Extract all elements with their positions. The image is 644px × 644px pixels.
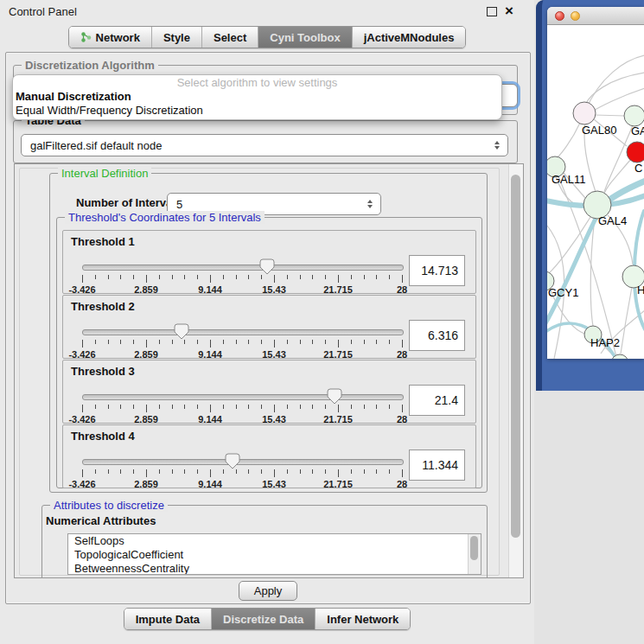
tab-select[interactable]: Select	[201, 27, 258, 48]
dropdown-prompt-item[interactable]: Select algorithm to view settings	[13, 76, 501, 90]
slider-tick	[261, 340, 262, 344]
attribute-item-topologicalcoefficient[interactable]: TopologicalCoefficient	[68, 548, 481, 562]
attributes-list-scroll-thumb[interactable]	[470, 536, 478, 560]
slider-tick	[172, 469, 173, 474]
axis-tick-label: 15.43	[262, 479, 286, 489]
axis-tick-label: 15.43	[262, 284, 286, 295]
bottom-tab-group: Impute DataDiscretize DataInfer Network	[124, 608, 411, 630]
slider-tick	[184, 275, 185, 279]
slider-tick	[248, 405, 249, 409]
network-icon	[80, 31, 92, 43]
slider-tick	[210, 469, 211, 477]
slider-tick	[300, 275, 301, 279]
screen: Control Panel × NetworkStyleSelectCyni T…	[0, 0, 644, 644]
network-node-gal80[interactable]	[573, 102, 596, 124]
table-data-combobox[interactable]: galFiltered.sif default node	[21, 134, 508, 156]
close-traffic-light[interactable]	[555, 11, 564, 21]
slider-tick	[300, 469, 301, 474]
threshold-panel-2: Threshold 2-3.4262.8599.14415.4321.71528…	[62, 295, 476, 359]
slider-tick	[389, 275, 390, 279]
tab-label: jActiveMNodules	[364, 31, 455, 44]
slider-tick	[197, 469, 198, 474]
bottom-tab-label: Impute Data	[136, 613, 200, 626]
slider-thumb[interactable]	[259, 258, 275, 275]
tab-group: NetworkStyleSelectCyni ToolboxjActiveMNo…	[68, 26, 467, 48]
slider-thumb[interactable]	[327, 388, 342, 405]
axis-tick-label: 9.144	[198, 284, 222, 295]
network-window-frame: GAL80GACGAL11GAL4GCY1HHAP2	[536, 0, 644, 391]
slider-tick	[364, 275, 365, 279]
slider-track[interactable]	[82, 329, 404, 335]
bottom-tab-impute-data[interactable]: Impute Data	[124, 609, 211, 629]
close-icon[interactable]: ×	[505, 6, 513, 16]
attributes-groupbox: Attributes to discretize Numerical Attri…	[41, 505, 488, 578]
threshold-label: Threshold 1	[71, 235, 135, 248]
slider-thumb[interactable]	[225, 453, 240, 469]
slider-track[interactable]	[82, 265, 404, 271]
node-label: GAL4	[598, 214, 627, 227]
slider-track[interactable]	[82, 394, 404, 400]
axis-tick-label: 28	[397, 284, 407, 295]
threshold-value-field[interactable]: 14.713	[409, 255, 465, 286]
threshold-panel-3: Threshold 3-3.4262.8599.14415.4321.71528…	[62, 360, 476, 424]
settings-vertical-scrollbar[interactable]	[508, 164, 523, 577]
tab-cyni-toolbox[interactable]: Cyni Toolbox	[258, 27, 351, 48]
attribute-item-selfloops[interactable]: SelfLoops	[68, 534, 481, 548]
bottom-tab-label: Infer Network	[327, 613, 399, 626]
zoom-traffic-light[interactable]	[586, 11, 596, 21]
network-node-ga[interactable]	[624, 105, 644, 126]
attributes-group-title: Attributes to discretize	[50, 499, 168, 512]
threshold-value-field[interactable]: 6.316	[409, 320, 465, 351]
network-canvas[interactable]: GAL80GACGAL11GAL4GCY1HHAP2	[547, 25, 644, 359]
tab-jactivemnodules[interactable]: jActiveMNodules	[352, 27, 466, 48]
bottom-tab-discretize-data[interactable]: Discretize Data	[211, 609, 315, 629]
threshold-label: Threshold 2	[71, 300, 135, 313]
tab-label: Select	[214, 31, 246, 44]
settings-scroll-thumb[interactable]	[511, 175, 520, 538]
slider-thumb[interactable]	[174, 323, 189, 340]
slider-tick	[82, 405, 83, 412]
threshold-label: Threshold 3	[71, 365, 135, 378]
slider-tick	[312, 340, 313, 344]
apply-button[interactable]: Apply	[239, 581, 297, 601]
slider-tick	[376, 340, 377, 344]
tab-style[interactable]: Style	[151, 27, 201, 48]
slider-tick	[338, 405, 339, 412]
axis-tick-label: 28	[397, 479, 407, 489]
minimize-traffic-light[interactable]	[571, 11, 580, 21]
num-intervals-value: 5	[176, 198, 182, 211]
threshold-slider[interactable]: -3.4262.8599.14415.4321.71528	[75, 455, 409, 488]
slider-tick	[351, 405, 352, 409]
axis-tick-label: 21.715	[323, 479, 353, 489]
tab-network[interactable]: Network	[69, 27, 151, 48]
numerical-attributes-list[interactable]: SelfLoopsTopologicalCoefficientBetweenne…	[67, 533, 481, 575]
bottom-tab-label: Discretize Data	[223, 613, 303, 626]
slider-tick	[287, 275, 288, 279]
threshold-value-field[interactable]: 21.4	[409, 385, 465, 416]
bottom-tab-infer-network[interactable]: Infer Network	[315, 609, 410, 629]
network-node-c[interactable]	[627, 142, 644, 163]
threshold-slider[interactable]: -3.4262.8599.14415.4321.71528	[75, 260, 409, 293]
slider-tick	[402, 275, 403, 283]
threshold-slider[interactable]: -3.4262.8599.14415.4321.71528	[75, 390, 409, 423]
float-window-icon[interactable]	[487, 7, 497, 16]
axis-tick-label: -3.426	[68, 479, 95, 489]
slider-tick	[351, 340, 352, 344]
slider-tick	[402, 405, 403, 412]
threshold-slider[interactable]: -3.4262.8599.14415.4321.71528	[75, 325, 409, 358]
attributes-list-scrollbar[interactable]	[468, 534, 481, 574]
threshold-value-field[interactable]: 11.344	[409, 450, 465, 481]
slider-tick	[312, 275, 313, 279]
thresholds-group-title: Threshold's Coordinates for 5 Intervals	[65, 211, 265, 224]
network-edge	[558, 123, 580, 157]
attribute-item-betweennesscentrality[interactable]: BetweennessCentrality	[68, 562, 481, 575]
slider-tick	[146, 275, 147, 283]
dropdown-item-equal-width-frequency-discretization[interactable]: Equal Width/Frequency Discretization	[13, 104, 501, 118]
slider-tick	[133, 340, 134, 344]
dropdown-item-manual-discretization[interactable]: Manual Discretization	[13, 90, 501, 104]
slider-tick	[82, 340, 83, 348]
slider-tick	[120, 469, 121, 474]
network-graph[interactable]: GAL80GACGAL11GAL4GCY1HHAP2	[547, 25, 644, 359]
slider-track[interactable]	[82, 459, 404, 465]
control-panel: Control Panel × NetworkStyleSelectCyni T…	[0, 0, 534, 644]
